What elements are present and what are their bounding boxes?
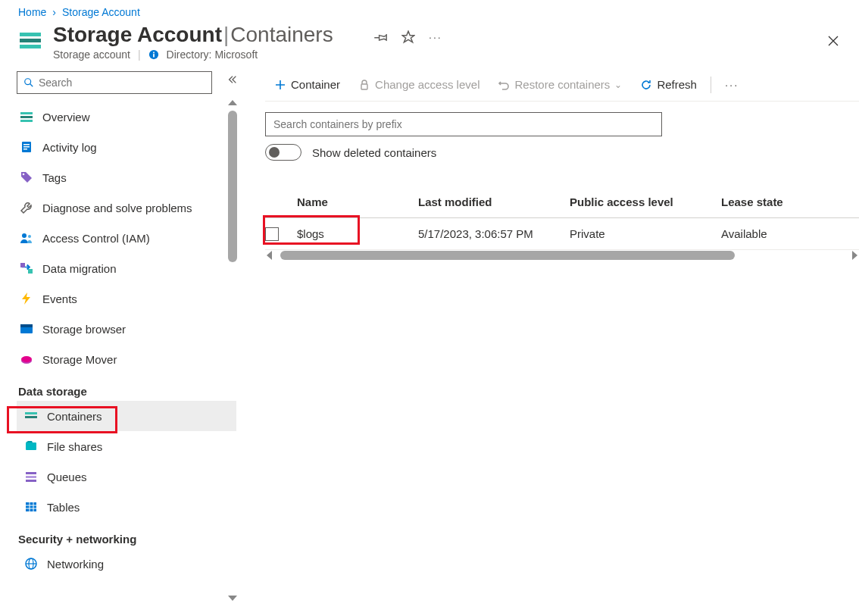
wrench-icon [20,201,33,214]
svg-rect-25 [25,416,37,418]
table-icon [24,500,38,514]
pin-icon[interactable] [374,30,388,44]
svg-rect-12 [23,144,30,145]
svg-rect-18 [20,263,25,267]
toolbar-separator [711,77,711,93]
mover-icon [20,352,33,366]
page-header: Storage Account | Containers Storage acc… [0,23,859,68]
favorite-star-icon[interactable] [401,30,415,44]
nav-events[interactable]: Events [17,283,236,314]
containers-table: Name Last modified Public access level L… [265,186,859,261]
tag-icon [20,170,33,184]
nav-queues[interactable]: Queues [17,461,236,492]
nav-networking[interactable]: Networking [17,549,236,579]
search-containers-input[interactable] [265,112,662,136]
svg-point-15 [23,174,25,176]
toolbar: Container Change access level Restore co… [265,68,859,102]
scroll-thumb[interactable] [228,111,237,262]
table-horizontal-scrollbar[interactable] [265,250,859,261]
col-lease-state[interactable]: Lease state [721,195,835,208]
sidebar-search-input[interactable] [39,77,205,89]
nav-tags[interactable]: Tags [17,162,236,192]
col-public-access[interactable]: Public access level [570,195,721,208]
table-header-row: Name Last modified Public access level L… [265,186,859,218]
svg-point-6 [25,79,31,85]
svg-rect-9 [20,116,33,118]
scroll-down-icon[interactable] [228,596,237,601]
show-deleted-toggle[interactable] [265,144,301,161]
section-data-storage: Data storage [18,385,236,398]
col-name[interactable]: Name [297,195,418,208]
close-button[interactable] [824,32,842,50]
table-row[interactable]: $logs 5/17/2023, 3:06:57 PM Private Avai… [265,218,859,250]
nav-label: Tags [42,171,67,184]
nav-label: Data migration [42,262,117,275]
title-divider: | [223,23,229,47]
row-checkbox[interactable] [265,227,279,241]
nav-storage-mover[interactable]: Storage Mover [17,344,236,374]
toolbar-more-button[interactable]: ··· [716,68,748,101]
svg-rect-29 [26,480,36,482]
scroll-thumb[interactable] [280,251,735,260]
nav-label: Overview [42,111,90,124]
queue-icon [24,470,38,483]
nav-diagnose[interactable]: Diagnose and solve problems [17,192,236,223]
page-title: Storage Account | Containers [53,23,333,47]
nav-file-shares[interactable]: File shares [17,431,236,461]
new-container-button[interactable]: Container [265,68,349,101]
toolbar-label: Refresh [657,78,697,91]
breadcrumb-home[interactable]: Home [18,6,46,18]
change-access-level-button: Change access level [349,68,489,101]
col-last-modified[interactable]: Last modified [418,195,570,208]
log-icon [20,140,33,154]
page-subtitle: Storage account | Directory: Microsoft [53,48,333,61]
collapse-sidebar-button[interactable] [227,74,238,87]
svg-rect-19 [28,269,33,274]
nav-data-migration[interactable]: Data migration [17,253,236,283]
svg-point-16 [22,233,27,238]
nav-label: Storage Mover [42,353,117,366]
svg-rect-21 [20,324,33,327]
scroll-up-icon[interactable] [228,100,237,105]
sidebar-search[interactable] [17,71,212,94]
nav-label: Networking [47,558,104,571]
nav-tables[interactable]: Tables [17,492,236,522]
row-name[interactable]: $logs [297,227,418,240]
nav-overview[interactable]: Overview [17,102,236,132]
restore-containers-button[interactable]: Restore containers ⌄ [489,68,631,101]
svg-rect-14 [23,149,27,150]
resource-type-label: Storage account [53,48,130,61]
row-public-access: Private [570,227,721,240]
scroll-left-icon[interactable] [267,251,272,260]
breadcrumb: Home › Storage Account [0,0,859,23]
scroll-right-icon[interactable] [852,251,857,260]
nav-storage-browser[interactable]: Storage browser [17,314,236,344]
lightning-icon [20,292,33,305]
nav-label: File shares [47,440,102,453]
nav-access-control[interactable]: Access Control (IAM) [17,223,236,253]
svg-rect-2 [20,45,41,48]
toolbar-label: Restore containers [514,78,610,91]
more-icon[interactable]: ··· [429,31,442,43]
overview-icon [20,110,33,124]
svg-rect-10 [20,120,33,122]
nav-label: Diagnose and solve problems [42,202,192,214]
refresh-button[interactable]: Refresh [631,68,706,101]
nav-containers[interactable]: Containers [17,401,236,431]
svg-point-17 [28,235,31,238]
info-icon [148,49,159,60]
lock-icon [358,79,370,91]
nav-activity-log[interactable]: Activity log [17,132,236,162]
search-icon [23,77,34,88]
section-security-networking: Security + networking [18,533,236,546]
title-sub: Containers [230,23,333,47]
sidebar-scrollbar[interactable] [227,100,238,601]
nav-label: Containers [47,410,102,423]
breadcrumb-storage-account[interactable]: Storage Account [62,6,140,18]
svg-rect-4 [153,54,155,57]
svg-rect-30 [26,502,36,511]
nav-label: Queues [47,471,87,483]
svg-rect-27 [26,472,36,474]
toolbar-label: Change access level [375,78,479,91]
svg-rect-26 [26,442,36,450]
